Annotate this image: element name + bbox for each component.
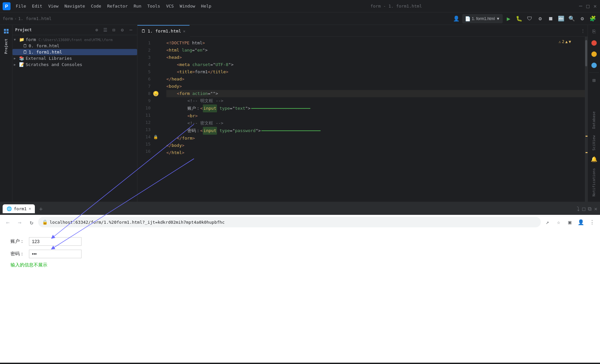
code-line-5: <title>form1</title>	[166, 68, 588, 76]
profile-icon[interactable]: 👤	[576, 217, 586, 227]
tree-item-form[interactable]: 🗒 0. form.html	[12, 43, 137, 49]
tab-close-btn[interactable]: ✕	[183, 29, 185, 34]
menu-help[interactable]: Help	[199, 2, 214, 10]
sidebar-minimize-btn[interactable]: ─	[127, 26, 134, 34]
menu-vcs[interactable]: VCS	[163, 2, 176, 10]
svg-rect-4	[4, 32, 6, 34]
scrollbar-thumb[interactable]	[585, 40, 587, 66]
tree-item-scratches[interactable]: ▶ 📝 Scratches and Consoles	[12, 61, 137, 68]
table-icon[interactable]: ⊞	[589, 75, 599, 85]
username-input[interactable]	[29, 237, 82, 246]
share-icon[interactable]: ↗	[542, 217, 553, 227]
code-content[interactable]: <!DOCTYPE html> <html lang="en"> <head> …	[161, 37, 588, 202]
settings-button[interactable]: ⚙	[578, 14, 587, 23]
warn-up-arrow[interactable]: ▲	[565, 39, 568, 44]
svg-text:P: P	[5, 4, 8, 9]
breadcrumb-file[interactable]: 1. form1.html	[18, 16, 52, 21]
run-button[interactable]: ▶	[504, 14, 513, 23]
menu-run[interactable]: Run	[131, 2, 144, 10]
code-editor[interactable]: 1 2 3 4 5 6 7 8 9 10 11 12 13 14 15 16	[137, 37, 588, 202]
code-line-11: <br>	[166, 112, 588, 120]
svg-rect-3	[7, 29, 9, 31]
menu-navigate[interactable]: Navigate	[62, 2, 88, 10]
stop-button[interactable]: ⏹	[546, 14, 555, 23]
url-text: localhost:63342/form/1.%20form1.html?_ij…	[50, 220, 225, 225]
browser-maximize-btn[interactable]: □	[582, 206, 586, 212]
reload-button[interactable]: ↻	[26, 217, 37, 227]
right-icon-copy[interactable]: ⎘	[589, 26, 599, 36]
menu-edit[interactable]: Edit	[29, 2, 45, 10]
bell-icon[interactable]: 🔔	[589, 154, 599, 164]
browser-close-btn[interactable]: ✕	[594, 206, 597, 212]
code-line-12: <!-- 密文框 -->	[166, 120, 588, 127]
svg-rect-5	[7, 32, 9, 34]
right-icon-chrome2[interactable]: ⬤	[589, 49, 599, 58]
more-run-button[interactable]: ⚙	[536, 14, 545, 23]
extensions-button[interactable]: 🧩	[588, 14, 597, 23]
menu-window[interactable]: Window	[177, 2, 198, 10]
browser-titlebar: 🌐 form1 ✕ + ⤵ □ ⧉ ✕	[0, 202, 600, 215]
breadcrumb-form[interactable]: form	[3, 16, 13, 21]
ext-icon: 📚	[19, 56, 24, 61]
editor-tab-form1[interactable]: 🗒 1. form1.html ✕	[137, 25, 190, 37]
tree-item-ext[interactable]: ▶ 📚 External Libraries	[12, 55, 137, 61]
tab-more-btn[interactable]: ⋮	[581, 29, 585, 33]
forward-button[interactable]: →	[14, 217, 25, 227]
menu-tools[interactable]: Tools	[145, 2, 163, 10]
translate-button[interactable]: 🔤	[557, 14, 566, 23]
arrow-overlay	[0, 229, 600, 363]
editor-area: 🗒 1. form1.html ✕ ⋮ 1 2 3 4 5 6 7	[137, 25, 588, 202]
close-button[interactable]: ✕	[593, 4, 597, 9]
scrollbar-track[interactable]	[585, 37, 588, 202]
browser-minimize-btn[interactable]: ⤵	[577, 205, 580, 212]
maximize-button[interactable]: □	[586, 4, 590, 9]
tree-item-form1[interactable]: 🗒 1. form1.html	[12, 49, 137, 55]
warn-icon: ⚠	[559, 39, 561, 44]
sidebar-add-btn[interactable]: ⊕	[93, 26, 100, 34]
browser-tab-close[interactable]: ✕	[29, 206, 31, 211]
browser-restore-btn[interactable]: ⧉	[588, 206, 591, 212]
bulb-icon-line8[interactable]: 💡	[153, 91, 158, 96]
layout-icon[interactable]: ▣	[564, 217, 575, 227]
scratches-label: Scratches and Consoles	[26, 62, 82, 67]
run-config-arrow: ▼	[496, 16, 500, 21]
root-label: form C:\Users\13600\front end\HTML\form	[26, 37, 112, 42]
sidebar-collapse-btn[interactable]: ⊟	[110, 26, 117, 34]
password-input[interactable]	[29, 250, 82, 258]
code-line-2: <html lang="en">	[166, 47, 588, 54]
code-line-10: 账户：<input type="text">	[166, 104, 588, 112]
menu-refactor[interactable]: Refactor	[105, 2, 131, 10]
bookmark-icon[interactable]: ☆	[553, 217, 564, 227]
gutter-column: 💡 🔒	[153, 37, 161, 202]
right-icon-chrome[interactable]: ⬤	[589, 37, 599, 47]
menu-view[interactable]: View	[46, 2, 61, 10]
new-tab-button[interactable]: +	[36, 204, 45, 213]
breadcrumb: form › 1. form1.html	[3, 16, 52, 21]
profile-button[interactable]: 👤	[452, 14, 461, 23]
sidebar-expand-btn[interactable]: ☰	[102, 26, 109, 34]
browser-tab-form1[interactable]: 🌐 form1 ✕	[3, 204, 35, 213]
minimize-button[interactable]: ─	[578, 4, 583, 9]
tree-root[interactable]: ▼ 📁 form C:\Users\13600\front end\HTML\f…	[12, 36, 137, 43]
menu-file[interactable]: File	[13, 2, 29, 10]
warn-down-arrow[interactable]: ▼	[569, 39, 571, 44]
sidebar-title: Project	[15, 28, 92, 32]
address-bar[interactable]: 🔒 localhost:63342/form/1.%20form1.html?_…	[38, 217, 541, 227]
database-label[interactable]: Database	[592, 109, 596, 131]
right-icon-chrome3[interactable]: ⬤	[589, 60, 599, 70]
back-button[interactable]: ←	[3, 217, 13, 227]
project-tab-icon[interactable]	[1, 26, 11, 36]
project-label[interactable]: Project	[4, 37, 8, 55]
run-config-button[interactable]: 📄 1. form1.html ▼	[462, 14, 503, 23]
debug-button[interactable]: 🐛	[515, 14, 524, 23]
file-icon-form1: 🗒	[23, 50, 27, 55]
coverage-button[interactable]: 🛡	[525, 14, 534, 23]
browser-more-btn[interactable]: ⋮	[587, 217, 597, 227]
search-button[interactable]: 🔍	[567, 14, 576, 23]
warn-count: 2	[562, 39, 564, 44]
notifications-label[interactable]: Notifications	[592, 166, 596, 199]
menu-code[interactable]: Code	[88, 2, 104, 10]
sidebar-settings-btn[interactable]: ⚙	[119, 26, 126, 34]
sciview-label[interactable]: SciView	[592, 133, 596, 153]
code-line-15: </body>	[166, 142, 588, 149]
